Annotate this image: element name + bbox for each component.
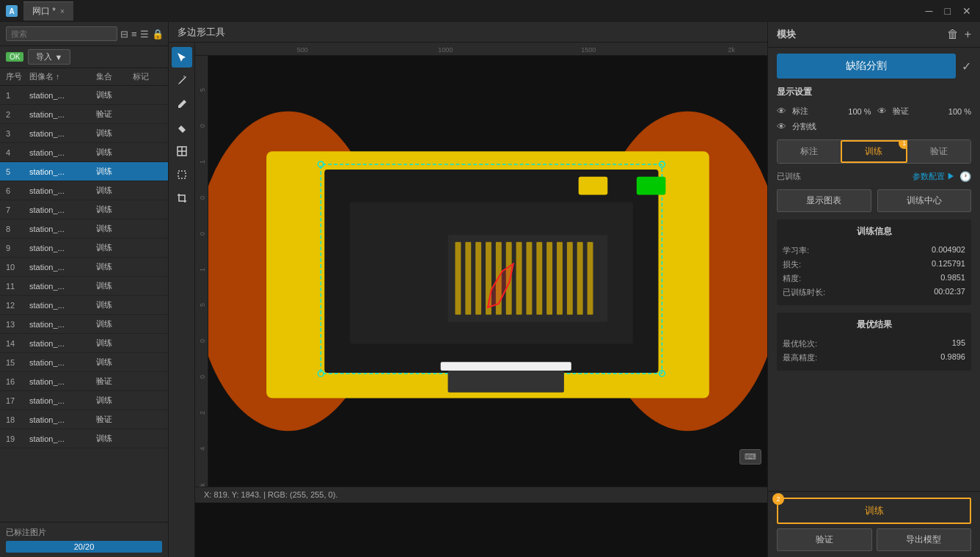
table-row[interactable]: 7 station_... 训练 xyxy=(0,200,168,219)
search-input[interactable] xyxy=(6,26,117,41)
close-btn[interactable]: ✕ xyxy=(959,5,974,17)
filter-icon[interactable]: ⊟ xyxy=(120,29,128,40)
loss-value: 0.125791 xyxy=(932,259,965,270)
sidebar: ⊟ ≡ ☰ 🔒 OK 导入 ▼ 序号 图像名 ↑ 集合 标记 1 station… xyxy=(0,22,169,557)
best-acc-label: 最高精度: xyxy=(783,352,817,363)
row-num: 5 xyxy=(6,167,29,176)
label-eye-icon[interactable]: 👁 xyxy=(777,106,786,117)
row-num: 17 xyxy=(6,396,29,405)
ruler-h-mark xyxy=(195,46,267,54)
ruler-v-mark: 5 xyxy=(199,56,206,92)
table-row[interactable]: 17 station_... 训练 xyxy=(0,391,168,410)
train-info-title: 训练信息 xyxy=(783,225,965,238)
minimize-btn[interactable]: ─ xyxy=(923,5,936,17)
train-button[interactable]: 2 训练 xyxy=(777,498,971,524)
table-row[interactable]: 3 station_... 训练 xyxy=(0,124,168,143)
row-num: 10 xyxy=(6,263,29,272)
right-panel-header: 模块 🗑 + xyxy=(768,22,980,48)
lr-label: 学习率: xyxy=(783,245,809,256)
row-set: 训练 xyxy=(96,280,133,291)
table-row[interactable]: 8 station_... 训练 xyxy=(0,219,168,239)
maximize-btn[interactable]: □ xyxy=(942,5,954,17)
tab-label-btn[interactable]: 标注 xyxy=(778,140,841,163)
divider-text: 分割线 xyxy=(792,121,971,132)
tab-verify-btn[interactable]: 验证 xyxy=(907,140,970,163)
canvas-main[interactable]: 500100015002k 50100150024k xyxy=(195,43,767,557)
table-row[interactable]: 6 station_... 训练 xyxy=(0,181,168,200)
panel-title: 模块 xyxy=(777,28,796,41)
right-panel-footer: 2 训练 验证 导出模型 xyxy=(768,491,980,557)
table-row[interactable]: 5 station_... 训练 xyxy=(0,162,168,181)
list-icon[interactable]: ☰ xyxy=(140,29,149,40)
best-result-section: 最优结果 最优轮次: 195 最高精度: 0.9896 xyxy=(777,313,971,371)
canvas-coords: X: 819. Y: 1843. | RGB: (255, 255, 0). xyxy=(204,490,337,499)
table-row[interactable]: 1 station_... 训练 xyxy=(0,86,168,105)
right-panel: 模块 🗑 + 缺陷分割 ✓ 显示设置 👁 标注 100 % 👁 验证 xyxy=(767,22,980,557)
search-icons: ⊟ ≡ ☰ 🔒 xyxy=(120,29,164,40)
eraser-tool[interactable] xyxy=(172,117,192,138)
row-name: station_... xyxy=(29,282,96,291)
canvas-row: 50100150024k xyxy=(195,56,767,487)
table-row[interactable]: 16 station_... 验证 xyxy=(0,372,168,391)
sort-icon[interactable]: ≡ xyxy=(131,29,137,40)
row-name: station_... xyxy=(29,225,96,233)
keyboard-icon[interactable]: ⌨ xyxy=(739,449,761,465)
history-icon[interactable]: 🕐 xyxy=(959,171,971,182)
ruler-v-mark: k xyxy=(199,451,206,487)
row-num: 13 xyxy=(6,320,29,329)
row-set: 验证 xyxy=(96,376,133,387)
train-center-button[interactable]: 训练中心 xyxy=(877,189,972,212)
table-row[interactable]: 18 station_... 验证 xyxy=(0,410,168,429)
rect-tool[interactable] xyxy=(172,164,192,185)
svg-marker-0 xyxy=(178,125,186,133)
export-model-button[interactable]: 导出模型 xyxy=(877,528,972,551)
delete-icon[interactable]: 🗑 xyxy=(947,28,959,41)
svg-rect-16 xyxy=(637,177,666,195)
table-row[interactable]: 2 station_... 验证 xyxy=(0,105,168,124)
row-name: station_... xyxy=(29,205,96,214)
table-row[interactable]: 13 station_... 训练 xyxy=(0,315,168,334)
loss-label: 损失: xyxy=(783,259,801,270)
table-row[interactable]: 4 station_... 训练 xyxy=(0,143,168,162)
confirm-icon[interactable]: ✓ xyxy=(962,59,971,73)
table-row[interactable]: 11 station_... 训练 xyxy=(0,277,168,296)
ruler-v-mark: 0 xyxy=(199,200,206,236)
table-row[interactable]: 10 station_... 训练 xyxy=(0,258,168,277)
svg-rect-27 xyxy=(536,242,542,315)
import-button[interactable]: 导入 ▼ xyxy=(28,49,70,65)
defect-segment-button[interactable]: 缺陷分割 xyxy=(777,54,956,79)
ruler-h-mark xyxy=(481,46,553,54)
show-chart-button[interactable]: 显示图表 xyxy=(777,189,871,212)
crop-tool[interactable] xyxy=(172,188,192,208)
display-settings: 显示设置 👁 标注 100 % 👁 验证 100 % 👁 分割线 xyxy=(777,86,971,132)
row-num: 9 xyxy=(6,244,29,252)
table-row[interactable]: 19 station_... 训练 xyxy=(0,429,168,448)
table-header: 序号 图像名 ↑ 集合 标记 xyxy=(0,68,168,86)
tab-train-btn[interactable]: 训练 1 xyxy=(841,140,907,163)
ruler-h-mark: 500 xyxy=(267,46,339,54)
brush-tool[interactable] xyxy=(172,94,192,114)
transform-tool[interactable] xyxy=(172,141,192,161)
table-row[interactable]: 9 station_... 训练 xyxy=(0,239,168,258)
select-tool[interactable] xyxy=(172,47,192,68)
add-icon[interactable]: + xyxy=(965,28,971,41)
row-num: 19 xyxy=(6,434,29,443)
divider-eye-icon[interactable]: 👁 xyxy=(777,121,786,132)
progress-bar: 20/20 xyxy=(6,541,162,553)
row-num: 16 xyxy=(6,377,29,386)
pen-tool[interactable] xyxy=(172,70,192,91)
table-row[interactable]: 15 station_... 训练 xyxy=(0,353,168,372)
settings-icon[interactable]: 🔒 xyxy=(152,29,164,40)
left-toolbox xyxy=(169,43,195,557)
verify-button[interactable]: 验证 xyxy=(777,528,872,551)
svg-rect-28 xyxy=(546,242,552,315)
tab-close[interactable]: × xyxy=(60,7,65,15)
canvas-content[interactable]: ⌨ xyxy=(208,56,767,487)
titlebar-tab[interactable]: 网口 * × xyxy=(23,1,73,21)
verify-pct: 100 % xyxy=(948,107,971,116)
table-row[interactable]: 14 station_... 训练 xyxy=(0,334,168,353)
params-link[interactable]: 参数配置 ▶ xyxy=(913,171,955,182)
table-row[interactable]: 12 station_... 训练 xyxy=(0,296,168,315)
svg-rect-35 xyxy=(441,362,571,371)
verify-eye-icon[interactable]: 👁 xyxy=(877,106,887,117)
